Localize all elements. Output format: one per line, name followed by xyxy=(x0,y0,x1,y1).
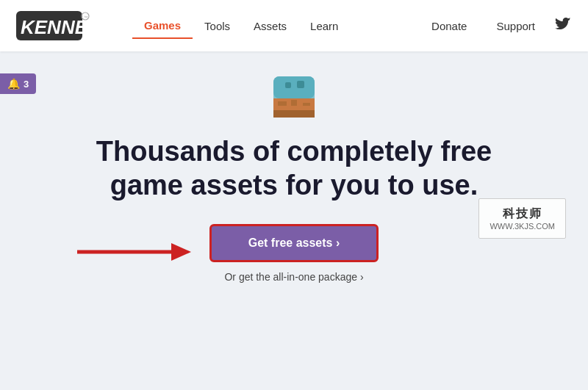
svg-rect-10 xyxy=(291,100,297,106)
site-header: KENNEY ™ Games Tools Assets Learn Donate… xyxy=(0,0,588,51)
watermark-line2: WWW.3KJS.COM xyxy=(490,222,555,231)
nav-games[interactable]: Games xyxy=(132,13,193,39)
main-nav: Games Tools Assets Learn xyxy=(132,13,420,39)
bell-icon: 🔔 xyxy=(7,78,20,90)
svg-text:™: ™ xyxy=(84,15,88,20)
svg-rect-9 xyxy=(278,101,287,106)
hero-section: Thousands of completely free game assets… xyxy=(0,51,588,283)
svg-rect-11 xyxy=(303,103,310,106)
hero-title: Thousands of completely free game assets… xyxy=(96,135,492,202)
nav-assets[interactable]: Assets xyxy=(242,14,298,38)
get-free-assets-button[interactable]: Get free assets › xyxy=(209,224,379,262)
cta-area: Get free assets › Or get the all-in-one … xyxy=(209,224,379,283)
svg-rect-13 xyxy=(297,81,304,88)
nav-donate[interactable]: Donate xyxy=(420,14,478,38)
logo-image: KENNEY ™ xyxy=(15,7,103,44)
notification-badge[interactable]: 🔔 3 xyxy=(0,73,36,94)
svg-rect-5 xyxy=(273,76,315,98)
nav-right: Donate Support xyxy=(420,14,573,38)
svg-marker-15 xyxy=(171,243,191,261)
watermark-line1: 科技师 xyxy=(490,206,555,222)
nav-learn[interactable]: Learn xyxy=(298,14,350,38)
hero-icon xyxy=(270,73,318,120)
nav-tools[interactable]: Tools xyxy=(193,14,242,38)
svg-text:KENNEY: KENNEY xyxy=(21,16,102,38)
svg-rect-12 xyxy=(285,82,291,88)
svg-rect-8 xyxy=(273,115,315,118)
all-in-one-link[interactable]: Or get the all-in-one package › xyxy=(224,271,363,283)
nav-support[interactable]: Support xyxy=(484,14,547,38)
watermark: 科技师 WWW.3KJS.COM xyxy=(478,198,566,239)
red-arrow xyxy=(77,237,195,270)
notification-count: 3 xyxy=(24,79,29,90)
twitter-icon[interactable] xyxy=(553,15,573,36)
logo[interactable]: KENNEY ™ xyxy=(15,7,103,44)
